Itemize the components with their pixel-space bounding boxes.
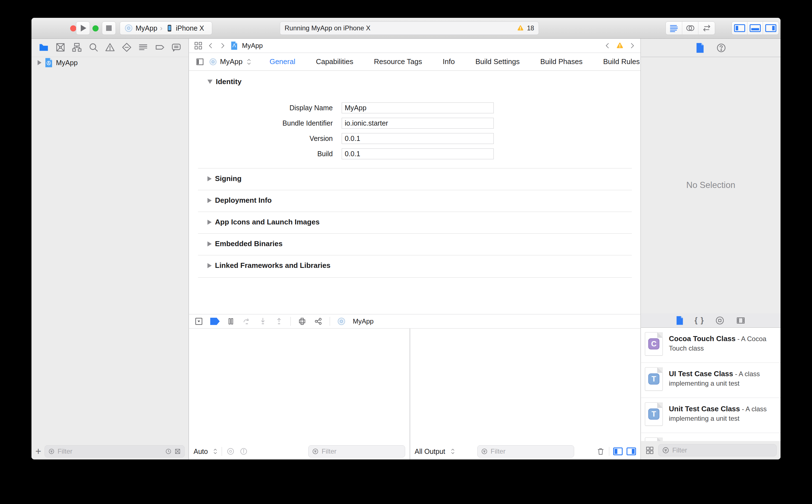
console-filter-input[interactable] (491, 447, 571, 455)
jumpbar-file-label[interactable]: MyApp (242, 42, 263, 50)
hide-debug-area-button[interactable] (194, 317, 204, 326)
report-navigator-tab[interactable] (171, 42, 182, 54)
clear-console-trash-icon[interactable] (596, 447, 605, 456)
tab-resource-tags[interactable]: Resource Tags (374, 57, 422, 66)
project-row[interactable]: MyApp (31, 57, 189, 68)
version-editor-button[interactable] (698, 22, 715, 35)
object-library-tab[interactable] (715, 315, 725, 326)
zoom-window-button[interactable] (92, 25, 99, 31)
tab-general[interactable]: General (270, 57, 295, 66)
embedded-binaries-section-header[interactable]: Embedded Binaries (207, 239, 283, 248)
issue-warning-badge[interactable] (615, 41, 624, 50)
disclosure-triangle-icon[interactable] (38, 60, 41, 65)
tab-info[interactable]: Info (443, 57, 455, 66)
media-library-tab[interactable] (735, 315, 746, 326)
disclosure-closed-icon[interactable] (207, 220, 212, 225)
collapse-targets-list-icon[interactable] (195, 57, 205, 67)
symbol-navigator-tab[interactable] (71, 42, 82, 54)
bundle-identifier-field[interactable] (342, 118, 494, 129)
run-button[interactable] (76, 21, 90, 35)
console-filter-field[interactable] (477, 445, 574, 457)
grid-view-icon[interactable] (645, 446, 654, 455)
show-console-view-toggle[interactable] (627, 447, 636, 455)
source-control-navigator-tab[interactable] (55, 42, 66, 54)
variables-scope-selector[interactable]: Auto (194, 447, 208, 456)
library-filter-input[interactable] (672, 446, 773, 454)
toggle-debug-area-button[interactable] (747, 22, 763, 35)
toggle-inspector-button[interactable] (763, 22, 779, 35)
activate-breakpoints-button[interactable] (210, 318, 220, 325)
assistant-editor-button[interactable] (682, 22, 699, 35)
signing-section-header[interactable]: Signing (207, 174, 241, 183)
library-filter-field[interactable] (658, 444, 777, 456)
find-navigator-tab[interactable] (88, 42, 99, 54)
show-variables-view-toggle[interactable] (613, 447, 623, 455)
debug-bar: MyApp (189, 314, 640, 329)
build-field[interactable] (342, 148, 494, 159)
close-window-button[interactable] (70, 25, 76, 31)
info-icon[interactable] (239, 447, 248, 456)
step-over-button[interactable] (242, 317, 251, 326)
source-control-status-icon[interactable] (174, 447, 181, 456)
library-item-unit-test-case-class[interactable]: T Unit Test Case Class - A class impleme… (641, 398, 781, 433)
version-field[interactable] (342, 133, 494, 144)
divider (290, 317, 291, 326)
test-navigator-tab[interactable] (121, 42, 132, 54)
console-scope-selector[interactable]: All Output (415, 447, 445, 456)
disclosure-closed-icon[interactable] (207, 198, 212, 203)
breakpoint-navigator-tab[interactable] (154, 42, 165, 54)
activity-status-bar[interactable]: Running MyApp on iPhone X 18 (280, 21, 539, 35)
related-items-icon[interactable] (194, 41, 203, 50)
pause-execution-button[interactable] (226, 317, 235, 326)
library-item-cocoa-touch-class[interactable]: C Cocoa Touch Class - A Cocoa Touch clas… (641, 328, 781, 363)
disclosure-closed-icon[interactable] (207, 241, 212, 246)
linked-frameworks-section-header[interactable]: Linked Frameworks and Libraries (207, 261, 331, 270)
file-inspector-tab[interactable] (695, 43, 705, 53)
identity-section-header[interactable]: Identity (207, 77, 241, 86)
back-chevron-icon[interactable] (207, 42, 215, 50)
disclosure-closed-icon[interactable] (207, 176, 212, 181)
view-ui-hierarchy-button[interactable] (297, 317, 307, 326)
tab-build-rules[interactable]: Build Rules (603, 57, 640, 66)
disclosure-closed-icon[interactable] (207, 263, 212, 268)
tab-build-settings[interactable]: Build Settings (475, 57, 520, 66)
issue-navigator-tab[interactable] (104, 42, 116, 54)
warning-count: 18 (527, 25, 534, 32)
library-item-text: Cocoa Touch Class - A Cocoa Touch class (669, 332, 776, 359)
app-icons-section-header[interactable]: App Icons and Launch Images (207, 218, 320, 226)
debug-process-label[interactable]: MyApp (353, 317, 374, 325)
display-name-field[interactable] (342, 102, 494, 113)
step-into-button[interactable] (258, 317, 268, 326)
warning-icon (516, 24, 525, 32)
library-item-ui-test-case-class[interactable]: T UI Test Case Class - A class implement… (641, 363, 781, 398)
navigator-filter-input[interactable] (58, 447, 162, 455)
scheme-selector[interactable]: MyApp › iPhone X (120, 21, 212, 35)
debug-navigator-tab[interactable] (138, 42, 149, 54)
memory-graph-button[interactable] (314, 317, 323, 326)
variables-view-pane: Auto (189, 329, 410, 459)
code-snippet-library-tab[interactable]: { } (694, 316, 704, 325)
next-issue-button[interactable] (628, 42, 636, 50)
tab-build-phases[interactable]: Build Phases (540, 57, 583, 66)
help-inspector-tab[interactable] (716, 43, 727, 53)
disclosure-open-icon[interactable] (207, 80, 212, 84)
recent-files-clock-icon[interactable] (165, 447, 172, 456)
step-out-button[interactable] (274, 317, 284, 326)
toggle-navigator-button[interactable] (732, 22, 747, 35)
file-template-library-tab[interactable] (676, 316, 684, 325)
project-navigator-tab[interactable] (38, 42, 49, 54)
forward-chevron-icon[interactable] (219, 42, 226, 50)
target-selector[interactable]: MyApp (209, 57, 252, 66)
variables-filter-field[interactable] (308, 445, 405, 457)
standard-editor-button[interactable] (666, 22, 682, 35)
variables-filter-input[interactable] (322, 447, 402, 455)
previous-issue-button[interactable] (604, 42, 612, 50)
tab-capabilities[interactable]: Capabilities (316, 57, 353, 66)
deployment-info-section-header[interactable]: Deployment Info (207, 196, 272, 205)
navigator-filter-field[interactable] (45, 445, 185, 457)
stop-button[interactable] (102, 21, 116, 35)
quicklook-eye-icon[interactable] (226, 447, 235, 456)
library-item-partial[interactable] (641, 433, 781, 441)
add-button[interactable]: + (35, 446, 41, 456)
library-item-text: Unit Test Case Class - A class implement… (669, 402, 776, 429)
